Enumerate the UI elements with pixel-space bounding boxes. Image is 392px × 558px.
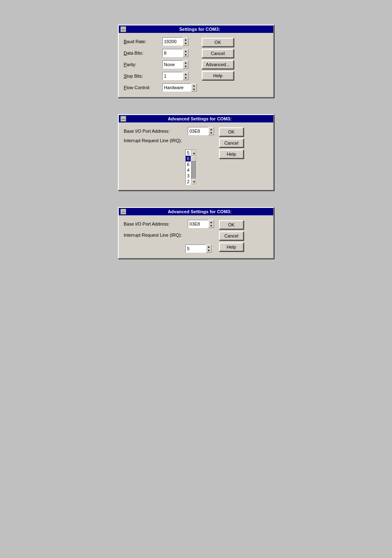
- base-io-spin-btn[interactable]: ▲ ▼: [208, 127, 214, 135]
- base-io-value[interactable]: 03E8: [188, 127, 208, 135]
- spin-down-icon[interactable]: ▼: [209, 224, 214, 228]
- irq-scrollbar[interactable]: ▲ ▼: [191, 150, 197, 185]
- baud-rate-spinner[interactable]: 19200 ▲ ▼: [162, 37, 189, 46]
- data-bits-row: Data Bits: 8 ▲ ▼: [124, 48, 197, 58]
- base-io-row: Base I/O Port Address: 03E8 ▲ ▼: [124, 219, 214, 228]
- baud-rate-label: Baud Rate:: [124, 39, 160, 44]
- cancel-button[interactable]: Cancel: [219, 231, 244, 240]
- cancel-button[interactable]: Cancel: [219, 138, 244, 148]
- form-fields: Base I/O Port Address: 03E8 ▲ ▼ Interrup…: [124, 219, 214, 253]
- help-button[interactable]: Help: [219, 242, 244, 251]
- base-io-row: Base I/O Port Address: 03E8 ▲ ▼: [124, 127, 214, 136]
- cancel-button[interactable]: Cancel: [202, 49, 234, 58]
- dialog3-buttons: OK Cancel Help: [219, 219, 244, 253]
- stop-bits-spinner[interactable]: 1 ▲ ▼: [162, 72, 189, 80]
- base-io-label: Base I/O Port Address:: [124, 221, 185, 226]
- ok-button[interactable]: OK: [219, 220, 244, 229]
- base-io-label: Base I/O Port Address:: [124, 129, 185, 134]
- stop-bits-label: Stop Bits:: [124, 74, 160, 78]
- parity-spin-btn[interactable]: ▲ ▼: [183, 60, 189, 69]
- base-io-spin-btn[interactable]: ▲ ▼: [208, 220, 214, 228]
- spin-up-icon[interactable]: ▲: [206, 245, 211, 249]
- list-item[interactable]: 6: [186, 161, 191, 167]
- irq-spin-btn[interactable]: ▲ ▼: [206, 244, 212, 253]
- spin-down-icon[interactable]: ▼: [183, 42, 188, 45]
- spin-down-icon[interactable]: ▼: [191, 88, 196, 91]
- spin-up-icon[interactable]: ▲: [183, 38, 188, 42]
- scroll-thumb[interactable]: [191, 156, 196, 161]
- settings-dialog: — Settings for COM3: Baud Rate: 19200 ▲ …: [118, 25, 274, 98]
- flow-control-value[interactable]: Hardware: [162, 83, 191, 92]
- base-io-spinner[interactable]: 03E8 ▲ ▼: [188, 127, 214, 135]
- stop-bits-value[interactable]: 1: [162, 72, 183, 80]
- base-io-spinner[interactable]: 03E8 ▲ ▼: [188, 220, 214, 228]
- baud-rate-value[interactable]: 19200: [162, 37, 183, 46]
- irq-listbox-options[interactable]: 5 6 6 4 3 2: [185, 150, 191, 185]
- irq-listbox-row: 5 6 6 4 3 2 ▲ ▼: [185, 150, 214, 185]
- irq-row: Interrupt Request Line (IRQ):: [124, 138, 214, 147]
- spin-up-icon[interactable]: ▲: [183, 49, 188, 53]
- irq-spinner[interactable]: 5 ▲ ▼: [185, 244, 212, 253]
- spin-up-icon[interactable]: ▲: [209, 127, 214, 131]
- data-bits-label: Data Bits:: [124, 51, 160, 55]
- parity-label: Parity:: [124, 62, 160, 67]
- list-item[interactable]: 3: [186, 173, 191, 179]
- data-bits-spin-btn[interactable]: ▲ ▼: [183, 49, 189, 57]
- help-button[interactable]: Help: [219, 150, 244, 159]
- form-fields: Base I/O Port Address: 03E8 ▲ ▼ Interrup…: [124, 127, 214, 185]
- spin-up-icon[interactable]: ▲: [183, 61, 188, 65]
- dialog-title: Advanced Settings for COM3:: [128, 209, 272, 214]
- irq-spinner-row: 5 ▲ ▼: [185, 244, 214, 253]
- spin-up-icon[interactable]: ▲: [183, 72, 188, 76]
- irq-row: Interrupt Request Line (IRQ):: [124, 233, 214, 242]
- spin-down-icon[interactable]: ▼: [209, 131, 214, 135]
- parity-spinner[interactable]: None ▲ ▼: [162, 60, 189, 69]
- stop-bits-spin-btn[interactable]: ▲ ▼: [183, 72, 189, 80]
- irq-value[interactable]: 5: [185, 244, 206, 253]
- base-io-value[interactable]: 03E8: [188, 220, 208, 228]
- dialog-title: Advanced Settings for COM3:: [128, 116, 272, 121]
- titlebar: — Advanced Settings for COM3:: [119, 208, 273, 215]
- flow-control-spinner[interactable]: Hardware ▲ ▼: [162, 83, 197, 92]
- system-menu-icon[interactable]: —: [120, 116, 126, 122]
- spin-down-icon[interactable]: ▼: [183, 76, 188, 80]
- scroll-up-icon[interactable]: ▲: [191, 150, 196, 156]
- list-item[interactable]: 5: [186, 150, 191, 156]
- dialog-title: Settings for COM3:: [128, 27, 272, 32]
- dialog1-buttons: OK Cancel Advanced... Help: [202, 37, 234, 92]
- irq-listbox[interactable]: 5 6 6 4 3 2 ▲ ▼: [185, 150, 197, 185]
- parity-row: Parity: None ▲ ▼: [124, 60, 197, 69]
- scroll-down-icon[interactable]: ▼: [191, 179, 196, 184]
- baud-rate-spin-btn[interactable]: ▲ ▼: [183, 37, 189, 46]
- titlebar: — Settings for COM3:: [119, 25, 273, 33]
- spin-down-icon[interactable]: ▼: [183, 65, 188, 68]
- system-menu-icon[interactable]: —: [120, 26, 126, 32]
- advanced-settings-dialog-open: — Advanced Settings for COM3: Base I/O P…: [118, 114, 274, 191]
- help-button[interactable]: Help: [202, 71, 234, 80]
- ok-button[interactable]: OK: [202, 38, 234, 47]
- ok-button[interactable]: OK: [219, 127, 244, 136]
- spin-down-icon[interactable]: ▼: [183, 53, 188, 57]
- flow-control-row: Flow Control: Hardware ▲ ▼: [124, 83, 197, 92]
- spin-down-icon[interactable]: ▼: [206, 249, 211, 252]
- form-fields: Baud Rate: 19200 ▲ ▼ Data Bits: 8 ▲ ▼: [124, 37, 197, 92]
- flow-control-spin-btn[interactable]: ▲ ▼: [191, 83, 197, 92]
- spin-up-icon[interactable]: ▲: [191, 84, 196, 88]
- system-menu-icon[interactable]: —: [120, 209, 126, 214]
- parity-value[interactable]: None: [162, 60, 183, 69]
- scroll-track: [191, 156, 196, 179]
- spin-up-icon[interactable]: ▲: [209, 220, 214, 224]
- dialog2-buttons: OK Cancel Help: [219, 127, 244, 185]
- data-bits-value[interactable]: 8: [162, 49, 183, 57]
- titlebar: — Advanced Settings for COM3:: [119, 115, 273, 122]
- baud-rate-row: Baud Rate: 19200 ▲ ▼: [124, 37, 197, 46]
- irq-label: Interrupt Request Line (IRQ):: [124, 233, 185, 237]
- advanced-button[interactable]: Advanced...: [202, 60, 234, 69]
- list-item[interactable]: 2: [186, 179, 191, 184]
- advanced-settings-dialog-collapsed: — Advanced Settings for COM3: Base I/O P…: [118, 207, 274, 259]
- stop-bits-row: Stop Bits: 1 ▲ ▼: [124, 71, 197, 81]
- irq-label: Interrupt Request Line (IRQ):: [124, 138, 185, 143]
- list-item[interactable]: 6: [186, 156, 191, 161]
- data-bits-spinner[interactable]: 8 ▲ ▼: [162, 49, 189, 57]
- list-item[interactable]: 4: [186, 167, 191, 173]
